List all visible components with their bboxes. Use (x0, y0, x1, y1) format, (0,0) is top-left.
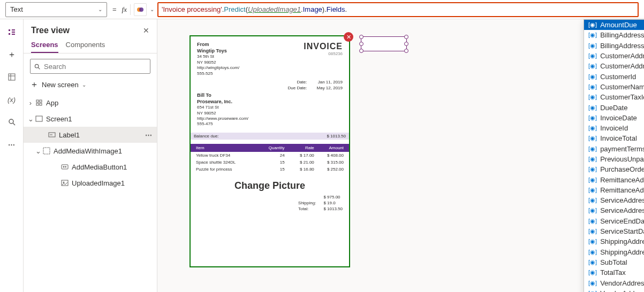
field-icon: [◉] (588, 207, 597, 214)
search-box[interactable] (30, 59, 150, 74)
field-icon: [◉] (588, 63, 597, 70)
screen-preview[interactable]: ✕ From Wingtip Toys 34 5th St NY 98052 h… (190, 35, 350, 267)
svg-rect-2 (9, 74, 15, 80)
autocomplete-item[interactable]: [◉]ServiceAddressRecipient (584, 205, 644, 216)
autocomplete-item[interactable]: [◉]ServiceAddress (584, 195, 644, 205)
search-input[interactable] (44, 63, 147, 71)
autocomplete-label: ShippingAddress (600, 237, 644, 245)
autocomplete-item[interactable]: [◉]DueDate (584, 102, 644, 112)
app-icon (34, 99, 44, 106)
autocomplete-item[interactable]: [◉]CustomerAddress (584, 51, 644, 61)
more-icon[interactable]: ⋯ (4, 137, 19, 152)
autocomplete-label: PreviousUnpaidBalance (600, 155, 644, 163)
autocomplete-item[interactable]: [◉]InvoiceDate (584, 113, 644, 123)
autocomplete-label: CustomerTaxId (600, 93, 644, 101)
close-icon[interactable]: ✕ (344, 32, 353, 42)
autocomplete-item[interactable]: [◉]ServiceStartDate (584, 226, 644, 236)
autocomplete-label: InvoiceTotal (600, 134, 637, 142)
formula-autocomplete[interactable]: [◉]AmountDue[◉]BillingAddress[◉]BillingA… (584, 19, 644, 292)
autocomplete-item[interactable]: [◉]CustomerId (584, 71, 644, 81)
new-screen-label: New screen (42, 81, 79, 89)
tree-tabs: Screens Components (24, 37, 157, 53)
svg-point-13 (63, 166, 64, 167)
chevron-down-icon[interactable]: ⌄ (150, 6, 154, 12)
autocomplete-label: CustomerAddress (600, 52, 644, 60)
image-icon (60, 179, 70, 187)
invoice-balance: Balance due:$ 1013.50 (191, 133, 349, 140)
autocomplete-item[interactable]: [◉]RemittanceAddress (584, 174, 644, 185)
data-icon[interactable] (4, 70, 19, 84)
autocomplete-item[interactable]: [◉]SubTotal (584, 257, 644, 267)
autocomplete-item[interactable]: [◉]InvoiceTotal (584, 133, 644, 143)
tree-node-addbutton[interactable]: AddMediaButton1 (24, 159, 157, 175)
autocomplete-item[interactable]: [◉]AmountDue (584, 20, 644, 30)
more-icon[interactable]: ⋯ (145, 131, 153, 139)
autocomplete-item[interactable]: [◉]VendorAddressRecipient (584, 288, 644, 292)
node-label: App (46, 99, 58, 107)
svg-rect-6 (40, 100, 42, 102)
copilot-icon[interactable] (134, 3, 147, 16)
autocomplete-item[interactable]: [◉]CustomerAddressRecipient (584, 61, 644, 71)
autocomplete-item[interactable]: [◉]ShippingAddressRecipient (584, 247, 644, 257)
autocomplete-item[interactable]: [◉]CustomerTaxId (584, 92, 644, 102)
autocomplete-label: SubTotal (600, 258, 627, 266)
new-screen-button[interactable]: ＋ New screen ⌄ (24, 77, 157, 95)
autocomplete-item[interactable]: [◉]InvoiceId (584, 123, 644, 133)
formula-input[interactable]: 'Invoice processing'.Predict(UploadedIma… (157, 2, 639, 17)
field-icon: [◉] (588, 73, 597, 80)
tab-components[interactable]: Components (66, 41, 105, 53)
divider (130, 4, 131, 15)
svg-rect-8 (40, 103, 42, 105)
resize-handle[interactable] (359, 49, 363, 53)
tab-screens[interactable]: Screens (31, 41, 58, 53)
resize-handle[interactable] (404, 49, 408, 53)
autocomplete-label: CustomerName (600, 83, 644, 91)
insert-icon[interactable]: ＋ (4, 47, 19, 62)
invoice-row: Yellow truck DF3424$ 17.00$ 408.00 (191, 152, 349, 159)
node-label: AddMediaWithImage1 (54, 147, 122, 155)
field-icon: [◉] (588, 104, 597, 111)
autocomplete-item[interactable]: [◉]TotalTax (584, 267, 644, 278)
field-icon: [◉] (588, 42, 597, 49)
resize-handle[interactable] (404, 42, 408, 46)
autocomplete-item[interactable]: [◉]VendorAddress (584, 278, 644, 288)
tree-node-screen1[interactable]: ⌄ Screen1 (24, 111, 157, 127)
resize-handle[interactable] (359, 42, 363, 46)
autocomplete-label: TotalTax (600, 268, 626, 276)
autocomplete-label: BillingAddress (600, 31, 644, 39)
autocomplete-item[interactable]: [◉]PurchaseOrder (584, 164, 644, 174)
selected-label-control[interactable] (361, 36, 407, 51)
autocomplete-item[interactable]: [◉]CustomerName (584, 82, 644, 92)
autocomplete-item[interactable]: [◉]paymentTerms (584, 144, 644, 154)
tree-view-icon[interactable] (4, 25, 19, 40)
resize-handle[interactable] (359, 35, 363, 39)
resize-handle[interactable] (404, 35, 408, 39)
autocomplete-item[interactable]: [◉]ShippingAddress (584, 236, 644, 247)
field-icon: [◉] (588, 280, 597, 287)
autocomplete-item[interactable]: [◉]BillingAddress (584, 30, 644, 40)
tree-node-uploadedimage[interactable]: UploadedImage1 (24, 175, 157, 191)
svg-rect-11 (43, 148, 50, 154)
field-icon: [◉] (588, 259, 597, 266)
tree-node-app[interactable]: › App (24, 95, 157, 111)
tree-node-addmedia[interactable]: ⌄ AddMediaWithImage1 (24, 143, 157, 159)
close-icon[interactable]: ✕ (143, 26, 149, 35)
autocomplete-item[interactable]: [◉]RemittanceAddressRecipient (584, 185, 644, 195)
tree-list: › App ⌄ Screen1 Label1 ⋯ ⌄ AddMediaWithI… (24, 95, 157, 292)
tree-node-label1[interactable]: Label1 ⋯ (24, 127, 157, 143)
search-icon[interactable] (4, 114, 19, 129)
design-canvas[interactable]: ✕ From Wingtip Toys 34 5th St NY 98052 h… (157, 19, 644, 292)
autocomplete-item[interactable]: [◉]PreviousUnpaidBalance (584, 154, 644, 164)
formula-token: Fields (327, 5, 345, 13)
variables-icon[interactable]: (x) (4, 92, 19, 107)
field-icon: [◉] (588, 21, 597, 28)
autocomplete-label: BillingAddressRecipient (600, 42, 644, 50)
property-dropdown[interactable]: Text ⌄ (5, 2, 107, 17)
autocomplete-item[interactable]: [◉]BillingAddressRecipient (584, 41, 644, 51)
autocomplete-label: paymentTerms (600, 145, 644, 153)
change-picture-label[interactable]: Change Picture (191, 180, 349, 191)
formula-token: Image (303, 5, 322, 13)
node-label: Screen1 (46, 115, 72, 123)
svg-rect-7 (36, 103, 39, 105)
autocomplete-item[interactable]: [◉]ServiceEndDate (584, 216, 644, 226)
